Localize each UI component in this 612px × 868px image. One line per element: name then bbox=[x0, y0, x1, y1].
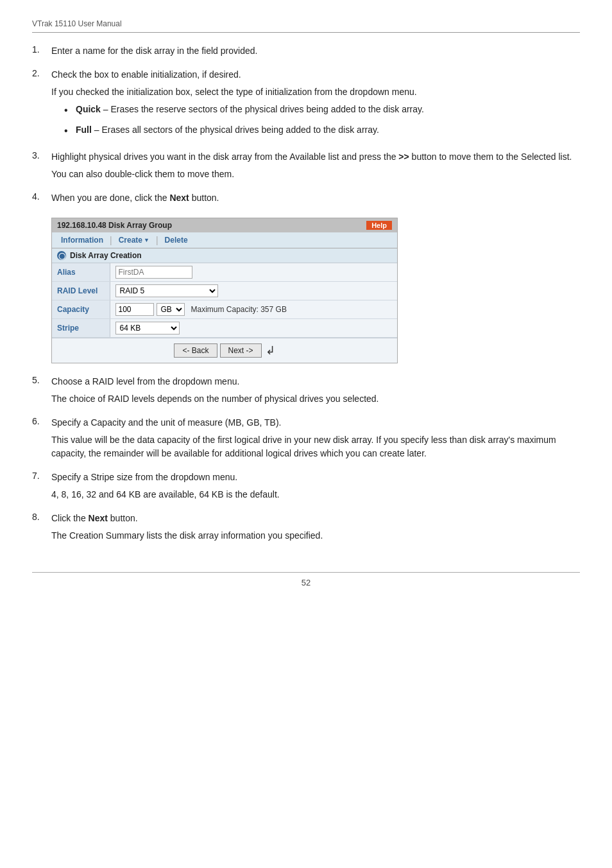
help-button[interactable]: Help bbox=[366, 221, 392, 230]
max-capacity-text: Maximum Capacity: 357 GB bbox=[191, 305, 287, 314]
doc-title: VTrak 15110 User Manual bbox=[32, 19, 580, 28]
bullet-full-desc: – Erases all sectors of the physical dri… bbox=[94, 125, 379, 135]
instruction-7-sub: 4, 8, 16, 32 and 64 KB are available, 64… bbox=[51, 488, 580, 501]
header-rule bbox=[32, 32, 580, 33]
bullet-quick-term: Quick bbox=[76, 104, 101, 114]
alias-row: Alias bbox=[52, 263, 397, 282]
instruction-8-text: Click the Next button. bbox=[51, 512, 580, 525]
page-footer: 52 bbox=[32, 572, 580, 587]
instruction-item-7: Specify a Stripe size from the dropdown … bbox=[32, 471, 580, 505]
create-label: Create bbox=[119, 236, 142, 245]
information-button[interactable]: Information bbox=[56, 234, 108, 246]
toolbar-separator-2: | bbox=[156, 235, 158, 245]
bullet-full: Full – Erases all sectors of the physica… bbox=[64, 123, 580, 139]
disk-array-panel: 192.168.10.48 Disk Array Group Help Info… bbox=[51, 218, 398, 363]
instruction-item-2: Check the box to enable initialization, … bbox=[32, 68, 580, 144]
instruction-item-3: Highlight physical drives you want in th… bbox=[32, 150, 580, 185]
instruction-item-8: Click the Next button. The Creation Summ… bbox=[32, 512, 580, 546]
instruction-8-after: button. bbox=[108, 513, 138, 523]
page-number: 52 bbox=[302, 578, 310, 587]
capacity-unit-select[interactable]: GB MB TB bbox=[157, 303, 185, 316]
instruction-5-main: Choose a RAID level from the dropdown me… bbox=[51, 375, 580, 388]
capacity-row: Capacity GB MB TB Maximum Capacity: 357 … bbox=[52, 300, 397, 319]
instruction-2-sub-intro: If you checked the initialization box, s… bbox=[51, 85, 580, 99]
instruction-list: Enter a name for the disk array in the f… bbox=[32, 44, 580, 209]
instruction-item-5: Choose a RAID level from the dropdown me… bbox=[32, 375, 580, 410]
bullet-list: Quick – Erases the reserve sectors of th… bbox=[51, 103, 580, 139]
instruction-3-main: Highlight physical drives you want in th… bbox=[51, 150, 580, 164]
subheader-text: Disk Array Creation bbox=[70, 251, 142, 260]
raid-label: RAID Level bbox=[52, 282, 110, 300]
stripe-row: Stripe 64 KB 4 KB 8 KB 16 KB 32 KB bbox=[52, 319, 397, 338]
bullet-quick-desc: – Erases the reserve sectors of the phys… bbox=[103, 104, 424, 114]
instruction-list-after: Choose a RAID level from the dropdown me… bbox=[32, 375, 580, 546]
instruction-1-text: Enter a name for the disk array in the f… bbox=[51, 44, 580, 58]
instruction-6-sub: This value will be the data capacity of … bbox=[51, 433, 580, 460]
instruction-item-6: Specify a Capacity and the unit of measu… bbox=[32, 416, 580, 464]
instruction-8-sub: The Creation Summary lists the disk arra… bbox=[51, 529, 580, 542]
back-button[interactable]: <- Back bbox=[174, 343, 217, 358]
instruction-6-main: Specify a Capacity and the unit of measu… bbox=[51, 416, 580, 430]
cursor-icon: ↲ bbox=[266, 343, 275, 358]
create-dropdown-arrow: ▼ bbox=[144, 237, 149, 243]
subheader-icon: ◯ bbox=[57, 251, 66, 260]
raid-row: RAID Level RAID 5 RAID 0 RAID 1 RAID 3 R… bbox=[52, 282, 397, 300]
panel-title: 192.168.10.48 Disk Array Group bbox=[57, 221, 172, 230]
instruction-8-bold: Next bbox=[89, 513, 108, 523]
instruction-item-4: When you are done, click the Next button… bbox=[32, 191, 580, 209]
panel-header: 192.168.10.48 Disk Array Group Help bbox=[52, 218, 397, 232]
stripe-select[interactable]: 64 KB 4 KB 8 KB 16 KB 32 KB bbox=[115, 322, 180, 334]
bullet-quick: Quick – Erases the reserve sectors of th… bbox=[64, 103, 580, 118]
next-button[interactable]: Next -> bbox=[220, 343, 262, 358]
toolbar-separator-1: | bbox=[110, 235, 112, 245]
delete-button[interactable]: Delete bbox=[160, 234, 193, 246]
panel-subheader: ◯ Disk Array Creation bbox=[52, 248, 397, 263]
bullet-full-term: Full bbox=[76, 125, 92, 135]
instruction-3-sub: You can also double-click them to move t… bbox=[51, 168, 580, 181]
instruction-4-bold: Next bbox=[169, 193, 189, 203]
instruction-2-main: Check the box to enable initialization, … bbox=[51, 68, 580, 82]
form-table: Alias RAID Level RAID 5 RAID 0 RAID 1 RA… bbox=[52, 263, 397, 338]
panel-nav-buttons: <- Back Next -> ↲ bbox=[52, 338, 397, 363]
raid-select[interactable]: RAID 5 RAID 0 RAID 1 RAID 3 RAID 6 RAID … bbox=[115, 284, 218, 297]
stripe-label: Stripe bbox=[52, 319, 110, 338]
instruction-5-sub: The choice of RAID levels depends on the… bbox=[51, 392, 580, 406]
alias-label: Alias bbox=[52, 263, 110, 282]
instruction-4-text: When you are done, click the Next button… bbox=[51, 191, 580, 205]
instruction-4-after: button. bbox=[189, 193, 219, 203]
alias-input[interactable] bbox=[115, 266, 192, 279]
capacity-input[interactable] bbox=[115, 303, 154, 316]
instruction-7-main: Specify a Stripe size from the dropdown … bbox=[51, 471, 580, 484]
capacity-controls: GB MB TB Maximum Capacity: 357 GB bbox=[115, 303, 393, 316]
instruction-item-1: Enter a name for the disk array in the f… bbox=[32, 44, 580, 62]
create-button[interactable]: Create ▼ bbox=[114, 234, 155, 246]
capacity-label: Capacity bbox=[52, 300, 110, 319]
panel-toolbar: Information | Create ▼ | Delete bbox=[52, 232, 397, 248]
